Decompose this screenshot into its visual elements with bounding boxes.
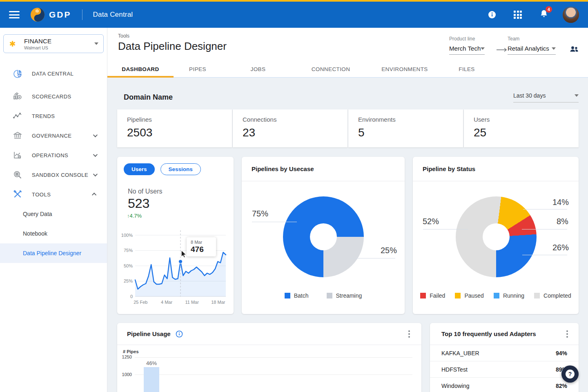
callout-streaming: 25% [381,246,397,255]
apps-grid-icon[interactable] [513,10,523,20]
sidebar-item-scorecards[interactable]: SCORECARDS [0,87,107,106]
legend-label: Failed [430,292,445,299]
legend-swatch [285,293,290,298]
chevron-down-icon [93,172,98,176]
domain-row: Domain Name Last 30 days [107,78,588,105]
operations-chart-icon [12,150,23,160]
tab-environments[interactable]: ENVIRONMENTS [367,61,442,77]
tab-jobs[interactable]: JOBS [222,61,294,77]
legend-label: Completed [543,292,571,299]
tab-label: JOBS [251,66,266,72]
stat-value: 23 [243,126,338,139]
legend-swatch [455,293,461,298]
sessions-toggle[interactable]: Sessions [160,163,201,175]
org-selector[interactable]: FINANCE Walmart US [3,34,104,53]
card-title-row: Pipeline Usage [117,323,421,345]
tab-connection[interactable]: CONNECTION [294,61,367,77]
stat-label: Connections [243,116,338,123]
callout-failed: 8% [557,217,568,226]
arrow-right-icon [496,47,508,54]
kebab-menu-icon[interactable] [407,329,412,339]
sidebar-item-label: OPERATIONS [32,152,68,158]
sidebar-item-tools[interactable]: TOOLS [0,185,107,204]
sidebar-item-label: DATA CENTRAL [32,71,74,77]
help-fab[interactable] [561,365,579,383]
users-sessions-card: Users Sessions No of Users 523 ↑4.7% 100… [117,157,234,314]
adapter-percent: 82% [556,383,567,389]
metric-delta: ↑4.7% [127,213,142,219]
y-tick: 1000 [117,372,132,377]
stat-card-connections: Connections 23 [233,109,347,147]
sidebar-item-trends[interactable]: TRENDS [0,106,107,126]
org-name: FINANCE [24,38,94,45]
notification-badge: 4 [546,6,552,13]
team-select[interactable]: Retail Analytics [508,45,556,55]
legend-swatch [494,293,499,298]
y-tick: 75% [117,248,133,253]
sidebar-item-label: TOOLS [32,192,51,198]
leader-line [523,209,567,209]
sidebar: FINANCE Walmart US DATA CENTRAL [0,28,107,392]
status-donut-chart [456,196,537,277]
chevron-up-icon [92,193,96,197]
tab-files[interactable]: FILES [442,61,491,77]
card-title: Top 10 frequently used Adapters [441,330,536,337]
trend-line-icon [12,111,23,121]
notifications-bell[interactable]: 4 [539,9,549,20]
adapter-name: Windowing [441,383,556,389]
users-toggle[interactable]: Users [124,163,155,175]
mouse-cursor [180,250,187,260]
sidebar-item-governance[interactable]: GOVERNANCE [0,126,107,145]
x-tick: 18 Mar [211,300,225,305]
date-range-select[interactable]: Last 30 days [513,92,579,102]
brand-accent-strip [0,0,588,2]
product-line-select[interactable]: Merch Tech [449,45,485,55]
sidebar-item-data-pipeline-designer[interactable]: Data Pipeline Designer [0,243,107,263]
walmart-spark-icon [9,40,20,48]
gdp-logo-icon [30,7,45,22]
sidebar-item-data-central[interactable]: DATA CENTRAL [0,64,107,83]
chevron-down-icon [481,47,485,50]
chevron-down-icon [93,133,98,137]
stat-label: Environments [358,116,453,123]
user-avatar[interactable] [563,7,579,23]
legend-swatch [420,293,426,298]
sidebar-item-notebook[interactable]: Notebook [0,224,107,243]
hamburger-menu-icon[interactable] [9,11,20,18]
leader-line [522,255,567,255]
team-select-group: Team Retail Analytics [508,36,556,55]
legend-item-failed: Failed [420,292,445,299]
usage-bar [144,367,159,392]
callout-batch: 75% [252,209,268,218]
status-legend: Failed Paused Running Completed [413,292,579,299]
stat-label: Users [474,116,569,123]
chevron-down-icon [94,42,98,45]
sidebar-item-sandbox-console[interactable]: SANDBOX CONSOLE [0,165,107,185]
product-line-value: Merch Tech [449,45,481,52]
info-icon[interactable] [487,10,497,20]
sidebar-item-query-data[interactable]: Query Data [0,204,107,224]
card-title: Pipelines by Usecase [252,165,314,172]
appbar-divider [82,9,82,20]
y-tick: 0 [117,294,133,299]
stat-card-pipelines: Pipelines 2503 [117,109,232,147]
info-icon[interactable] [176,330,183,338]
callout-completed: 52% [423,217,439,226]
sidebar-nav: DATA CENTRAL SCORECARDS [0,64,107,263]
kebab-menu-icon[interactable] [565,329,570,339]
tools-icon [12,189,23,200]
y-tick: 25% [117,278,133,283]
team-members-icon[interactable] [569,44,579,56]
legend-label: Streaming [336,292,362,299]
sidebar-item-operations[interactable]: OPERATIONS [0,145,107,165]
tab-pipes[interactable]: PIPES [174,61,222,77]
tab-dashboard[interactable]: DASHBOARD [107,61,174,77]
card-title: Pipeline Usage [127,330,171,337]
legend-label: Paused [464,292,483,299]
adapter-row: Windowing 82% [430,378,579,392]
y-tick: 50% [117,263,133,268]
bar-chart-icon [12,91,23,102]
stats-row: Pipelines 2503 Connections 23 Environmen… [117,109,579,147]
leader-line [350,258,395,258]
leader-line [423,229,468,229]
